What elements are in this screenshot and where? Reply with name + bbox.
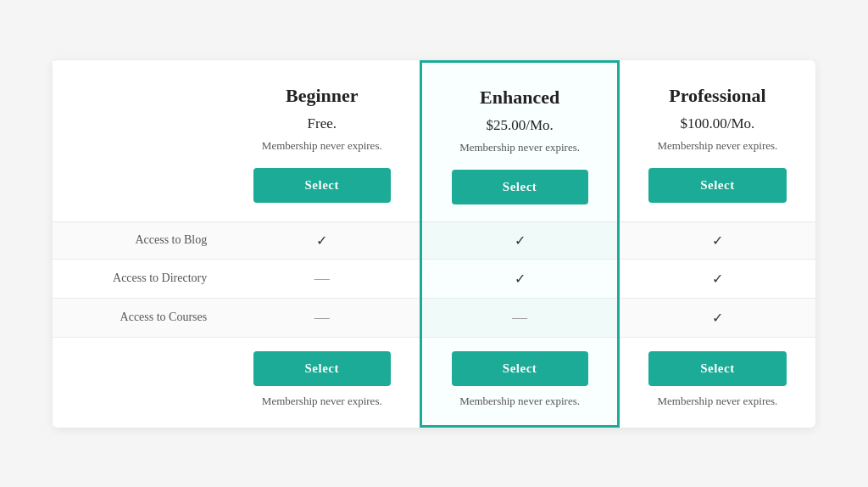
feature-courses-beginner: — [224, 298, 421, 337]
feature-directory-beginner: — [224, 259, 421, 298]
feature-courses-label: Access to Courses [53, 298, 224, 337]
beginner-plan-name: Beginner [241, 85, 403, 107]
beginner-header-cell: Beginner Free. Membership never expires.… [224, 61, 421, 221]
footer-row: Select Membership never expires. Select … [53, 337, 815, 426]
feature-courses-enhanced: — [421, 298, 619, 337]
beginner-select-top-button[interactable]: Select [253, 168, 391, 203]
beginner-footer-desc: Membership never expires. [241, 395, 403, 408]
check-icon: ✓ [515, 271, 526, 286]
pricing-table-container: Beginner Free. Membership never expires.… [53, 60, 815, 428]
check-icon: ✓ [712, 233, 723, 248]
feature-courses-professional: ✓ [618, 298, 815, 337]
feature-row-directory: Access to Directory — ✓ ✓ [53, 259, 815, 298]
feature-blog-enhanced: ✓ [421, 221, 619, 259]
label-header-cell [53, 61, 224, 221]
enhanced-header-cell: Enhanced $25.00/Mo. Membership never exp… [421, 61, 619, 221]
dash-icon: — [314, 309, 330, 326]
feature-row-courses: Access to Courses — — ✓ [53, 298, 815, 337]
enhanced-plan-desc: Membership never expires. [439, 141, 600, 154]
professional-footer-cell: Select Membership never expires. [618, 337, 815, 426]
beginner-plan-desc: Membership never expires. [241, 139, 403, 153]
check-icon: ✓ [515, 233, 526, 248]
enhanced-footer-cell: Select Membership never expires. [421, 337, 619, 426]
dash-icon: — [314, 270, 330, 287]
feature-blog-beginner: ✓ [224, 221, 421, 259]
enhanced-select-bottom-button[interactable]: Select [452, 351, 588, 386]
professional-select-top-button[interactable]: Select [648, 168, 786, 203]
feature-directory-enhanced: ✓ [421, 259, 619, 298]
professional-header-cell: Professional $100.00/Mo. Membership neve… [618, 61, 815, 221]
professional-plan-name: Professional [637, 85, 798, 107]
enhanced-plan-price: $25.00/Mo. [439, 117, 600, 134]
feature-directory-label: Access to Directory [53, 259, 224, 298]
check-icon: ✓ [316, 233, 327, 248]
header-row: Beginner Free. Membership never expires.… [53, 61, 815, 221]
pricing-table: Beginner Free. Membership never expires.… [53, 60, 815, 428]
feature-directory-professional: ✓ [618, 259, 815, 298]
feature-blog-professional: ✓ [618, 221, 815, 259]
enhanced-plan-name: Enhanced [439, 87, 600, 109]
check-icon: ✓ [712, 311, 723, 325]
feature-blog-label: Access to Blog [53, 221, 224, 259]
feature-row-blog: Access to Blog ✓ ✓ ✓ [53, 221, 815, 259]
dash-icon: — [512, 309, 527, 326]
professional-footer-desc: Membership never expires. [637, 395, 798, 408]
footer-label-cell [53, 337, 224, 426]
enhanced-footer-desc: Membership never expires. [439, 395, 600, 408]
beginner-plan-price: Free. [241, 115, 403, 132]
beginner-select-bottom-button[interactable]: Select [253, 351, 391, 386]
professional-plan-price: $100.00/Mo. [637, 115, 798, 132]
beginner-footer-cell: Select Membership never expires. [224, 337, 421, 426]
professional-plan-desc: Membership never expires. [637, 139, 798, 153]
check-icon: ✓ [712, 271, 723, 286]
enhanced-select-top-button[interactable]: Select [452, 170, 588, 204]
professional-select-bottom-button[interactable]: Select [648, 351, 786, 386]
